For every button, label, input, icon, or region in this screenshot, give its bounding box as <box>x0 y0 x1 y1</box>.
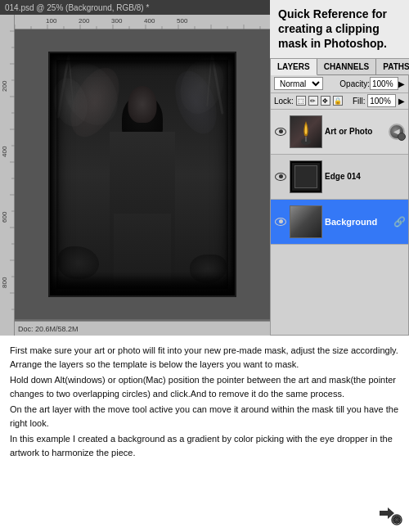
ruler-top: 100 200 300 400 500 <box>15 15 270 29</box>
layer-art-photo[interactable]: Art or Photo ◀ <box>271 110 408 155</box>
opacity-arrow[interactable]: ▶ <box>398 79 405 88</box>
lock-all-icon[interactable]: 🔒 <box>333 96 343 106</box>
eye-icon-bg <box>275 218 286 226</box>
canvas-content <box>15 29 270 319</box>
layer-background[interactable]: Background 🔗 <box>271 200 408 245</box>
instruction-para-3: On the art layer with the move tool acti… <box>10 403 399 430</box>
svg-text:400: 400 <box>1 146 8 157</box>
svg-text:800: 800 <box>1 277 8 288</box>
svg-text:600: 600 <box>1 211 8 223</box>
svg-text:100: 100 <box>46 17 57 25</box>
layer-edge-thumbnail <box>290 160 322 193</box>
blend-mode-select[interactable]: Normal Multiply Screen <box>274 77 323 90</box>
eyedropper-icon <box>378 501 402 525</box>
instruction-para-4: In this example I created a background a… <box>10 432 399 459</box>
fill-arrow[interactable]: ▶ <box>398 97 405 106</box>
canvas-area: 014.psd @ 25% (Background, RGB/8) * <box>0 0 270 336</box>
instructions-section: First make sure your art or photo will f… <box>0 336 409 532</box>
layers-tabs: LAYERS CHANNELS PATHS <box>271 59 408 75</box>
lock-position-icon[interactable]: ✥ <box>321 96 330 106</box>
layer-edge-name: Edge 014 <box>325 172 405 181</box>
tab-channels[interactable]: CHANNELS <box>317 59 377 74</box>
opacity-control: Opacity: ▶ <box>339 77 405 90</box>
svg-text:200: 200 <box>79 17 90 25</box>
opacity-input[interactable] <box>370 77 398 90</box>
svg-text:200: 200 <box>1 80 8 92</box>
layer-art-visibility[interactable] <box>274 125 287 138</box>
fill-control: Fill: ▶ <box>353 94 405 107</box>
layer-bg-thumbnail <box>290 205 322 238</box>
eye-icon-edge <box>275 173 286 181</box>
svg-text:300: 300 <box>111 17 123 25</box>
status-text: Doc: 20.6M/58.2M <box>18 325 79 333</box>
lock-pixels-icon[interactable]: ✏ <box>308 96 318 106</box>
layer-bg-visibility[interactable] <box>274 215 287 228</box>
lock-row: Lock: ⬚ ✏ ✥ 🔒 Fill: ▶ <box>271 93 408 110</box>
tab-layers[interactable]: LAYERS <box>271 59 317 75</box>
instruction-para-1: First make sure your art or photo will f… <box>10 344 399 371</box>
ruler-top-ticks: 100 200 300 400 500 <box>15 15 270 29</box>
ruler-left-ticks: 200 400 600 800 <box>0 15 15 336</box>
quick-reference-text: Quick Reference for creating a clipping … <box>270 0 409 58</box>
svg-text:500: 500 <box>177 17 188 25</box>
svg-text:400: 400 <box>144 17 155 25</box>
right-panel: Quick Reference for creating a clipping … <box>270 0 409 336</box>
layer-bg-name: Background <box>325 217 391 227</box>
layer-art-name: Art or Photo <box>325 127 386 136</box>
canvas-title: 014.psd @ 25% (Background, RGB/8) * <box>5 3 149 12</box>
blend-opacity-row: Normal Multiply Screen Opacity: ▶ <box>271 75 408 93</box>
ruler-left: 200 400 600 800 <box>0 15 15 336</box>
tab-paths[interactable]: PATHS <box>376 59 409 74</box>
lock-transparent-icon[interactable]: ⬚ <box>296 96 306 106</box>
layers-panel: LAYERS CHANNELS PATHS Normal Multiply Sc… <box>270 58 409 336</box>
fill-input[interactable] <box>367 94 396 107</box>
layers-list: Art or Photo ◀ <box>271 110 408 335</box>
instructions-text: First make sure your art or photo will f… <box>10 344 399 459</box>
instruction-para-2: Hold down Alt(windows) or option(Mac) po… <box>10 373 399 400</box>
layer-link-icon: 🔗 <box>393 216 405 228</box>
artwork <box>48 52 236 297</box>
layer-art-thumbnail <box>290 115 322 148</box>
layer-edge-visibility[interactable] <box>274 170 287 183</box>
eye-icon-art <box>275 128 286 136</box>
canvas-status: Doc: 20.6M/58.2M <box>15 321 270 336</box>
layer-edge-014[interactable]: Edge 014 <box>271 155 408 200</box>
clip-mask-indicator[interactable]: ◀ <box>389 124 405 140</box>
canvas-title-bar: 014.psd @ 25% (Background, RGB/8) * <box>0 0 270 15</box>
